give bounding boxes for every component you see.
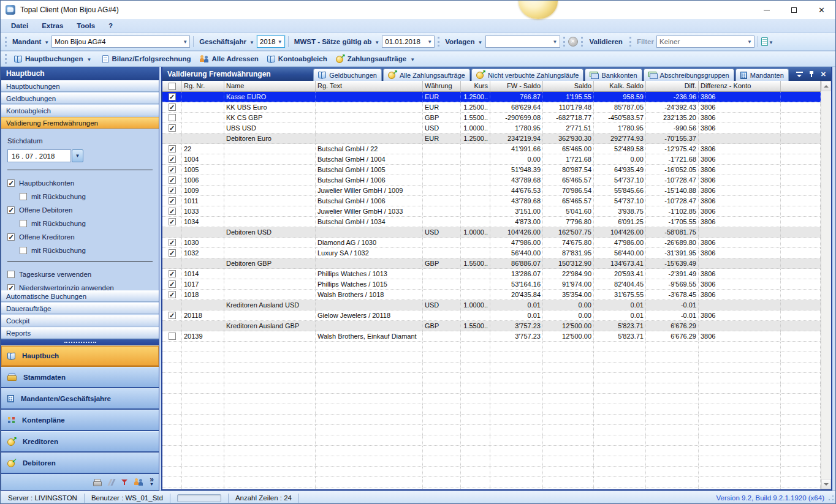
row-checkbox[interactable]: [169, 156, 176, 163]
table-row[interactable]: 1009Juwelier Willer GmbH / 100944'676.53…: [162, 186, 821, 196]
checkbox[interactable]: [7, 284, 15, 290]
toolbar-grip[interactable]: [438, 37, 439, 47]
vertical-scrollbar[interactable]: [821, 81, 831, 489]
new-document-button[interactable]: [761, 37, 768, 46]
nav-stammdaten[interactable]: Stammdaten: [1, 367, 159, 388]
toolbar-grip[interactable]: [5, 54, 7, 64]
sidebar-item-hauptbuchungen[interactable]: Hauptbuchungen: [1, 80, 159, 92]
option-mit-r-ckbuchung[interactable]: mit Rückbuchung: [7, 217, 153, 230]
row-checkbox[interactable]: [169, 249, 176, 257]
resize-grip[interactable]: [828, 495, 834, 501]
vorlagen-combobox[interactable]: ▼: [485, 36, 560, 48]
col-header-kurs[interactable]: Kurs: [461, 81, 490, 91]
filter-icon[interactable]: [121, 479, 128, 486]
toolbar-grip[interactable]: [563, 37, 565, 47]
sidebar-item-kontoabgleich[interactable]: Kontoabgleich: [1, 105, 159, 116]
row-checkbox[interactable]: [169, 270, 176, 277]
nav-hauptbuch[interactable]: Hauptbuch: [1, 345, 159, 367]
mandant-combobox[interactable]: Mon Bijou AG#4▼: [51, 36, 190, 48]
minimize-button[interactable]: [753, 1, 780, 19]
empty-row[interactable]: [162, 394, 821, 404]
menu-tools[interactable]: Tools: [70, 19, 102, 32]
empty-row[interactable]: [162, 373, 821, 383]
table-row[interactable]: 1011Butschal GmbH / 100643'789.6865'465.…: [162, 196, 821, 206]
geschaeftsjahr-combobox[interactable]: 2018▼: [257, 36, 285, 48]
geschaeftsjahr-menu-button[interactable]: Geschäftsjahr: [197, 38, 249, 45]
close-button[interactable]: ✕: [808, 1, 835, 19]
col-header-kalk[interactable]: Kalk. Saldo: [594, 81, 646, 91]
option-tageskurse-verwenden[interactable]: Tageskurse verwenden: [7, 268, 153, 281]
vorlagen-menu-button[interactable]: Vorlagen: [443, 38, 477, 45]
tab-geldbuchungen[interactable]: Geldbuchungen: [313, 69, 382, 81]
group-row[interactable]: Kreditoren Ausland USDUSD1.0000..0.010.0…: [162, 300, 821, 310]
group-row[interactable]: Debitoren EuroEUR1.2500..234'219.94362'9…: [162, 134, 821, 144]
tab-alle-zahlungsauftr-ge[interactable]: ↗Alle Zahlungsaufträge: [383, 69, 470, 81]
chevron-down-icon[interactable]: ▼: [769, 40, 773, 45]
group-row[interactable]: Debitoren GBPGBP1.5500..86'886.07150'312…: [162, 258, 821, 269]
empty-row[interactable]: [162, 456, 821, 467]
table-row[interactable]: KK CS GBPGBP1.5500..-290'699.08-682'718.…: [162, 113, 821, 123]
col-header-extra[interactable]: [781, 81, 821, 91]
row-checkbox[interactable]: [169, 291, 176, 298]
mwst-date-combobox[interactable]: 01.01.2018▼: [382, 36, 435, 48]
tab-abschreibungsgruppen[interactable]: Abschreibungsgruppen: [644, 69, 734, 81]
option-mit-r-ckbuchung[interactable]: mit Rückbuchung: [7, 190, 153, 203]
sidebar-item-cockpit[interactable]: Cockpit: [1, 315, 159, 326]
nav-mandanten-gesch-ftsjahre[interactable]: Mandanten/Geschäftsjahre: [1, 388, 159, 410]
chevron-down-icon[interactable]: ▼: [276, 39, 284, 45]
empty-row[interactable]: [162, 477, 821, 487]
group-row[interactable]: Debitoren USDUSD1.0000..104'426.00162'50…: [162, 227, 821, 238]
option-niederstwertprinzip-anwenden[interactable]: Niederstwertprinzip anwenden: [7, 281, 153, 290]
row-checkbox[interactable]: [169, 197, 176, 205]
col-header-rgtext[interactable]: Rg. Text: [316, 81, 423, 91]
select-all-checkbox[interactable]: [169, 83, 176, 90]
sidebar-item-geldbuchungen[interactable]: Geldbuchungen: [1, 92, 159, 104]
option-offene-debitoren[interactable]: Offene Debitoren: [7, 203, 153, 217]
empty-row[interactable]: [162, 467, 821, 477]
row-checkbox[interactable]: [169, 333, 176, 340]
checkbox[interactable]: [20, 247, 27, 254]
empty-row[interactable]: [162, 404, 821, 415]
row-checkbox[interactable]: [169, 114, 176, 121]
empty-row[interactable]: [162, 383, 821, 394]
sidebar-splitter[interactable]: [1, 339, 159, 345]
row-checkbox[interactable]: [169, 239, 176, 246]
row-checkbox[interactable]: [169, 218, 176, 225]
stichdatum-dropdown[interactable]: ▼: [72, 149, 83, 162]
menu-help[interactable]: ?: [102, 19, 120, 32]
col-header-saldo[interactable]: Saldo: [543, 81, 594, 91]
col-header-name[interactable]: Name: [224, 81, 316, 91]
checkbox[interactable]: [20, 220, 27, 227]
row-checkbox[interactable]: [169, 208, 176, 215]
row-checkbox[interactable]: [169, 312, 176, 319]
mandant-menu-button[interactable]: Mandant: [10, 38, 44, 45]
chevron-down-icon[interactable]: ▼: [745, 39, 754, 45]
sidebar-item-automatische-buchungen[interactable]: Automatische Buchungen: [1, 290, 159, 302]
table-row[interactable]: 20139Walsh Brothers, Einkauf Diamant3'75…: [162, 331, 821, 342]
clear-template-button[interactable]: [568, 37, 578, 47]
tab-bankkonten[interactable]: Bankkonten: [585, 69, 642, 81]
table-row[interactable]: Kasse EUROEUR1.2500..766.871'195.55958.5…: [162, 92, 821, 102]
table-row[interactable]: 1006Butschal GmbH / 100643'789.6865'465.…: [162, 175, 821, 186]
table-row[interactable]: 1030Diamond AG / 103047'986.0074'675.804…: [162, 238, 821, 248]
row-checkbox[interactable]: [169, 145, 176, 152]
table-row[interactable]: 1017Phillips Watches / 101553'164.1691'9…: [162, 279, 821, 290]
row-checkbox[interactable]: [169, 280, 176, 288]
tab-nicht-verbuchte-zahlungsl-ufe[interactable]: ↗Nicht verbuchte Zahlungsläufe: [471, 69, 584, 81]
empty-row[interactable]: [162, 487, 821, 489]
chevron-down-icon[interactable]: ▼: [551, 39, 560, 45]
col-header-fw[interactable]: FW - Saldo: [490, 81, 543, 91]
nav-debitoren[interactable]: ↙Debitoren: [1, 453, 159, 474]
col-header-waehrung[interactable]: Währung: [423, 81, 461, 91]
table-row[interactable]: 1034Butschal GmbH / 10344'873.007'796.80…: [162, 217, 821, 227]
col-header-konto[interactable]: Differenz - Konto: [699, 81, 781, 91]
nav-kreditoren[interactable]: ↗Kreditoren: [1, 431, 159, 453]
checkbox[interactable]: [7, 233, 15, 241]
table-row[interactable]: 1014Phillips Watches / 101313'286.0722'9…: [162, 269, 821, 279]
empty-row[interactable]: [162, 415, 821, 425]
maximize-button[interactable]: [780, 1, 808, 19]
tab-mandanten[interactable]: Mandanten: [735, 69, 789, 81]
chevron-down-icon[interactable]: ▼: [425, 39, 434, 45]
table-row[interactable]: 1005Butschal GmbH / 100551'948.3980'987.…: [162, 165, 821, 175]
checkbox[interactable]: [20, 193, 27, 200]
